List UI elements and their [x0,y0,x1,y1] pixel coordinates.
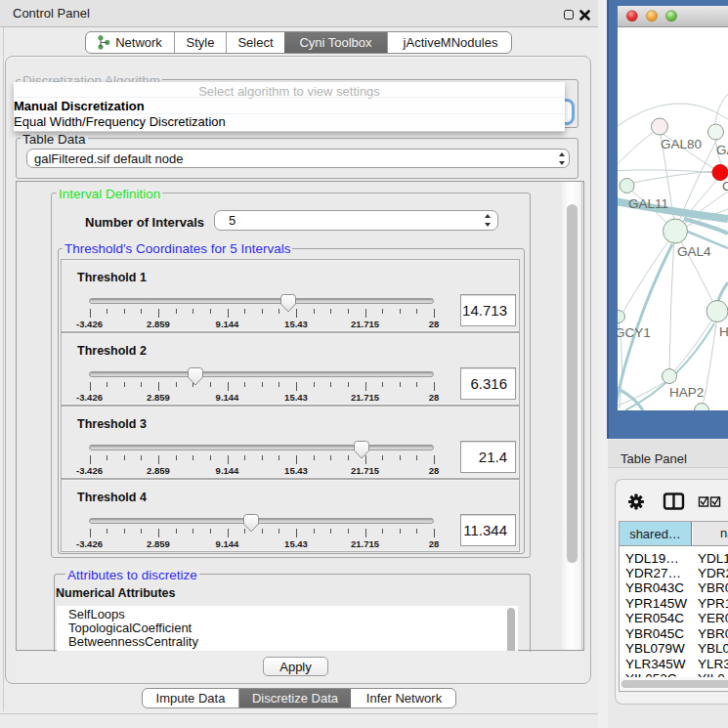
svg-text:HAP2: HAP2 [669,385,704,400]
svg-text:GAL80: GAL80 [661,137,702,151]
svg-text:H: H [719,324,728,339]
svg-text:GAL11: GAL11 [628,196,668,211]
svg-text:GCY1: GCY1 [618,325,651,340]
svg-text:C: C [722,179,728,193]
svg-text:GAL4: GAL4 [677,244,711,259]
svg-text:GA: GA [716,143,728,157]
